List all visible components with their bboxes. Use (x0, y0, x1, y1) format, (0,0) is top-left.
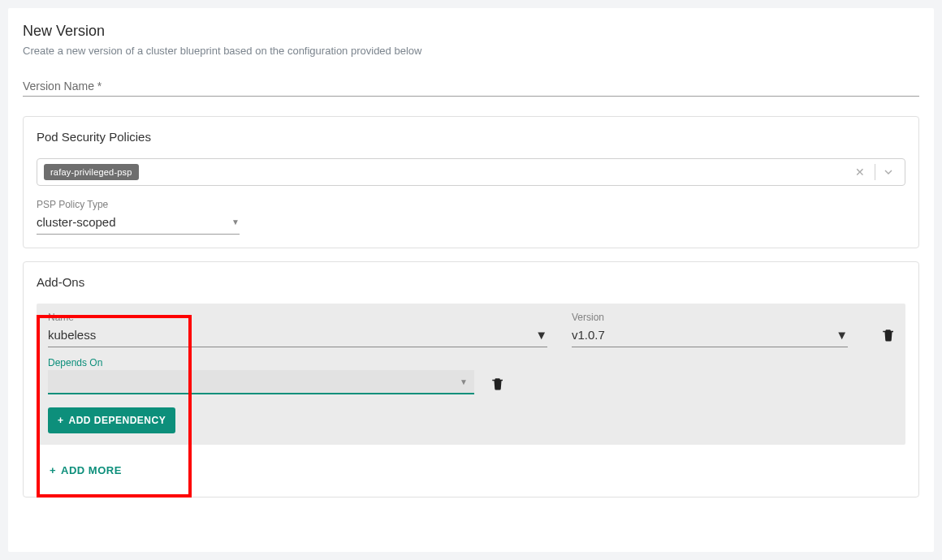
caret-down-icon: ▼ (836, 328, 848, 342)
chevron-down-icon[interactable] (879, 166, 898, 179)
trash-icon[interactable] (490, 377, 505, 391)
trash-icon[interactable] (881, 328, 896, 342)
addons-panel: Add-Ons Name kubeless ▼ Version v1.0.7 ▼ (23, 261, 919, 498)
version-name-label: Version Name * (23, 80, 919, 96)
depends-on-label: Depends On (48, 357, 474, 368)
add-more-button[interactable]: + ADD MORE (50, 464, 122, 476)
addon-name-value: kubeless (48, 328, 96, 342)
caret-down-icon: ▼ (460, 377, 468, 386)
caret-down-icon: ▼ (535, 328, 547, 342)
psp-multiselect[interactable]: rafay-privileged-psp ✕ (37, 158, 905, 186)
plus-icon: + (50, 464, 56, 476)
add-dependency-label: ADD DEPENDENCY (69, 415, 166, 426)
depends-on-select[interactable]: ▼ (48, 370, 474, 394)
psp-panel-title: Pod Security Policies (37, 130, 905, 144)
version-name-input[interactable] (23, 96, 919, 97)
addon-version-value: v1.0.7 (572, 328, 605, 342)
psp-panel: Pod Security Policies rafay-privileged-p… (23, 116, 919, 248)
addon-name-label: Name (48, 312, 547, 323)
addon-version-select[interactable]: v1.0.7 ▼ (572, 325, 848, 347)
page-subtitle: Create a new version of a cluster bluepr… (23, 45, 919, 57)
add-dependency-button[interactable]: + ADD DEPENDENCY (48, 407, 175, 433)
addon-row: Name kubeless ▼ Version v1.0.7 ▼ (37, 304, 905, 445)
caret-down-icon: ▼ (231, 218, 240, 226)
plus-icon: + (58, 415, 64, 426)
psp-chip[interactable]: rafay-privileged-psp (44, 164, 139, 180)
addon-name-select[interactable]: kubeless ▼ (48, 325, 547, 347)
addons-panel-title: Add-Ons (37, 275, 905, 289)
add-more-label: ADD MORE (61, 464, 122, 476)
psp-policy-type-value: cluster-scoped (37, 215, 116, 229)
clear-icon[interactable]: ✕ (849, 166, 871, 179)
page-title: New Version (23, 23, 919, 40)
addon-version-label: Version (572, 312, 848, 323)
psp-policy-type-label: PSP Policy Type (37, 199, 905, 210)
psp-policy-type-select[interactable]: cluster-scoped ▼ (37, 212, 240, 235)
